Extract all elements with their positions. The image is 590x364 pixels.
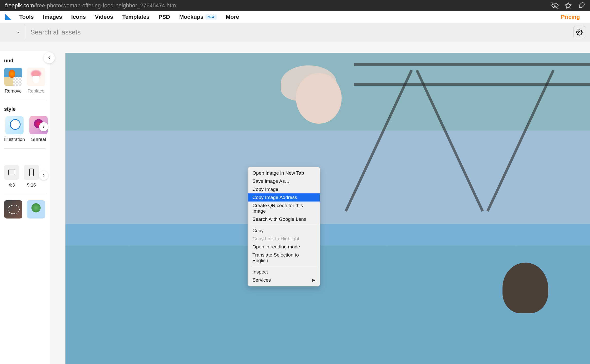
style-surreal-label: Surreal xyxy=(31,137,46,142)
style-illustration-option[interactable]: Illustration xyxy=(4,116,25,142)
browser-address-bar: freepik.com /free-photo/woman-offering-f… xyxy=(0,0,590,11)
ctx-copy-image-address[interactable]: Copy Image Address xyxy=(248,193,320,202)
style-illustration-label: Illustration xyxy=(4,137,25,142)
ratio-expand-button[interactable] xyxy=(39,171,48,180)
ctx-separator xyxy=(251,225,317,225)
ctx-open-reading-mode[interactable]: Open in reading mode xyxy=(248,243,320,251)
chevron-right-icon xyxy=(42,173,46,177)
ctx-copy-link-highlight: Copy Link to Highlight xyxy=(248,235,320,243)
ctx-copy[interactable]: Copy xyxy=(248,227,320,235)
divider xyxy=(4,148,46,149)
search-bar: ▾ xyxy=(0,23,590,42)
ratio-9-16-label: 9:16 xyxy=(27,183,36,188)
nav-mockups[interactable]: Mockups NEW xyxy=(179,14,217,20)
portrait-icon xyxy=(29,169,34,176)
image-viewer[interactable]: Open Image in New Tab Save Image As… Cop… xyxy=(65,53,590,364)
url-display[interactable]: freepik.com /free-photo/woman-offering-f… xyxy=(5,2,176,9)
tree-option[interactable] xyxy=(27,200,45,219)
edit-sidebar: und Remove Replace style Illustration Su… xyxy=(0,51,50,364)
section-background-label: und xyxy=(4,58,46,64)
ctx-save-image-as[interactable]: Save Image As… xyxy=(248,177,320,185)
face-thumb xyxy=(4,200,22,219)
ctx-inspect[interactable]: Inspect xyxy=(248,268,320,276)
nav-images[interactable]: Images xyxy=(43,14,62,20)
ctx-copy-image[interactable]: Copy Image xyxy=(248,185,320,193)
bg-replace-option[interactable]: Replace xyxy=(27,68,45,94)
url-domain: freepik.com xyxy=(5,2,34,9)
ratio-4-3-label: 4:3 xyxy=(8,183,15,188)
tree-thumb xyxy=(27,200,45,219)
svg-marker-0 xyxy=(565,3,571,8)
style-expand-button[interactable] xyxy=(39,122,48,131)
chevron-left-icon xyxy=(47,56,51,60)
bg-remove-label: Remove xyxy=(5,88,22,94)
ctx-create-qr[interactable]: Create QR code for this Image xyxy=(248,202,320,215)
caret-down-icon: ▾ xyxy=(17,30,19,34)
extensions-icon[interactable] xyxy=(578,2,585,9)
bg-replace-thumb xyxy=(27,68,45,86)
collapse-sidebar-button[interactable] xyxy=(44,52,55,63)
divider xyxy=(4,194,46,194)
ratio-4-3-thumb xyxy=(4,165,19,180)
section-style-label: style xyxy=(4,106,46,112)
gear-icon xyxy=(576,29,583,35)
search-input[interactable] xyxy=(25,28,573,36)
nav-mockups-label: Mockups xyxy=(179,14,203,20)
ctx-search-google-lens[interactable]: Search with Google Lens xyxy=(248,215,320,223)
ratio-9-16-option[interactable]: 9:16 xyxy=(24,165,39,188)
top-navigation: Tools Images Icons Videos Templates PSD … xyxy=(0,11,590,23)
nav-psd[interactable]: PSD xyxy=(159,14,170,20)
pricing-link[interactable]: Pricing xyxy=(561,14,580,20)
ratio-9-16-thumb xyxy=(24,165,39,180)
ctx-separator xyxy=(251,266,317,266)
url-path: /free-photo/woman-offering-food-neighbor… xyxy=(34,2,176,9)
new-badge: NEW xyxy=(205,14,217,20)
chevron-right-icon xyxy=(42,125,46,129)
ratio-4-3-option[interactable]: 4:3 xyxy=(4,165,19,188)
bg-remove-option[interactable]: Remove xyxy=(4,68,22,94)
style-illustration-thumb xyxy=(5,116,24,134)
main-image[interactable]: Open Image in New Tab Save Image As… Cop… xyxy=(65,53,590,364)
nav-tools[interactable]: Tools xyxy=(19,14,34,20)
ctx-services-label: Services xyxy=(252,277,271,283)
svg-point-1 xyxy=(579,31,580,33)
face-option[interactable] xyxy=(4,200,22,219)
nav-videos[interactable]: Videos xyxy=(95,14,113,20)
search-settings-button[interactable] xyxy=(573,26,585,38)
star-icon[interactable] xyxy=(565,2,572,9)
freepik-logo-icon[interactable] xyxy=(5,14,11,20)
nav-templates[interactable]: Templates xyxy=(122,14,149,20)
ctx-open-image-new-tab[interactable]: Open Image in New Tab xyxy=(248,169,320,177)
nav-icons[interactable]: Icons xyxy=(71,14,86,20)
landscape-icon xyxy=(8,170,15,175)
divider xyxy=(4,100,46,100)
ctx-translate[interactable]: Translate Selection to English xyxy=(248,251,320,265)
chevron-right-icon: ▶ xyxy=(312,278,315,282)
ctx-services[interactable]: Services ▶ xyxy=(248,276,320,284)
eye-off-icon[interactable] xyxy=(551,2,559,9)
context-menu: Open Image in New Tab Save Image As… Cop… xyxy=(248,167,320,286)
bg-remove-thumb xyxy=(4,68,22,86)
nav-more[interactable]: More xyxy=(226,14,239,20)
search-category-dropdown[interactable]: ▾ xyxy=(5,25,25,39)
bg-replace-label: Replace xyxy=(28,88,44,94)
